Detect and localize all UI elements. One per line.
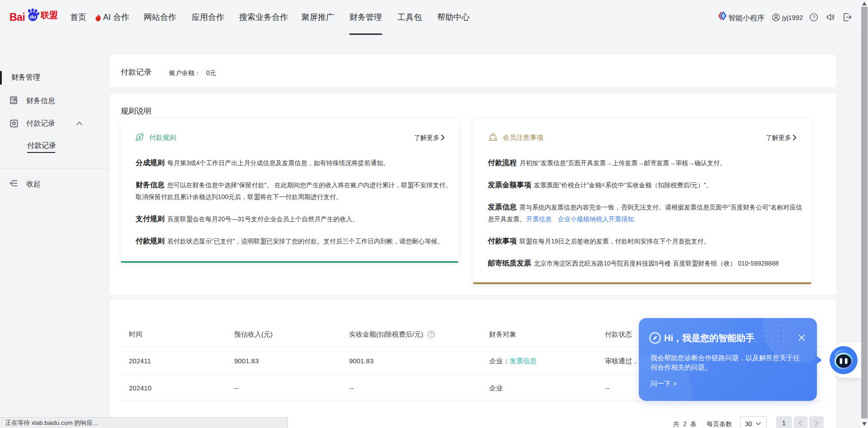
svg-text:?: ? [430,332,433,337]
svg-text:?: ? [812,14,815,20]
svg-text:du: du [30,14,36,19]
